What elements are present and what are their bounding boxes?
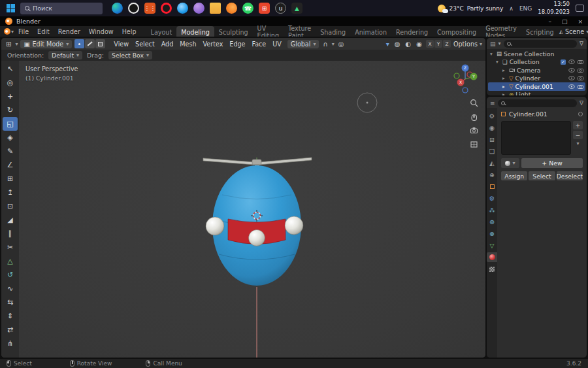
tool-knife[interactable]: ✂	[3, 241, 18, 254]
overlays-icon[interactable]: ◍	[393, 41, 402, 48]
render-tab[interactable]: ◉	[487, 123, 497, 133]
face-select-button[interactable]	[95, 39, 105, 48]
expand-icon[interactable]: ▸	[502, 75, 507, 81]
deselect-button[interactable]: Deselect	[557, 171, 583, 180]
taskbar-weather[interactable]: 23°C Partly sunny	[438, 5, 503, 12]
tool-rotate[interactable]: ↻	[3, 103, 18, 117]
tool-cursor[interactable]: ◎	[3, 76, 18, 90]
render-visibility-icon[interactable]	[578, 84, 583, 89]
proportional-edit-icon[interactable]: ◎	[337, 41, 346, 48]
taskbar-app-green-icon[interactable]: ▲	[291, 3, 302, 14]
taskbar-app-opera-icon[interactable]	[161, 3, 172, 14]
expand-icon[interactable]: ▸	[502, 92, 507, 95]
language-indicator[interactable]: ENG	[519, 5, 532, 12]
taskbar-app-grid2-icon[interactable]: ⊞	[259, 3, 270, 14]
menu-vertex[interactable]: Vertex	[200, 41, 227, 48]
browse-material-dropdown[interactable]: ▾	[501, 158, 519, 168]
viewport-canvas[interactable]: User Perspective (1) Cylinder.001	[19, 61, 485, 358]
collection-checkbox[interactable]: ✓	[561, 59, 566, 65]
tool-add-cube[interactable]: ⊞	[3, 172, 18, 186]
outliner-search-input[interactable]	[504, 40, 577, 48]
assign-button[interactable]: Assign	[501, 171, 527, 180]
gizmo-neg-z-icon[interactable]	[463, 88, 468, 93]
tool-annotate[interactable]: ✎	[3, 144, 18, 158]
tab-layout[interactable]: Layout	[146, 26, 177, 37]
filter-funnel-icon[interactable]: ∇	[580, 100, 583, 107]
taskbar-clock[interactable]: 13:50 18.09.2023	[538, 1, 570, 15]
light-object-gizmo[interactable]	[357, 93, 377, 112]
taskbar-app-ring-icon[interactable]	[128, 3, 139, 14]
outliner-row-camera[interactable]: ▸ Camera	[488, 66, 585, 75]
ortho-grid-icon[interactable]	[470, 140, 478, 148]
particles-tab[interactable]: ⁂	[487, 205, 497, 215]
options-dropdown[interactable]: Options ▾	[453, 41, 482, 48]
tab-geometry-nodes[interactable]: Geometry Nodes	[481, 26, 521, 37]
tool-tab[interactable]: ⚙	[487, 111, 497, 121]
pan-hand-icon[interactable]	[470, 112, 478, 121]
mirror-z-button[interactable]: Z	[443, 40, 451, 48]
mirror-y-button[interactable]: Y	[434, 40, 442, 48]
render-visibility-icon[interactable]	[578, 76, 583, 80]
mirror-x-button[interactable]: X	[426, 40, 434, 48]
gizmo-neg-y-icon[interactable]	[454, 73, 459, 78]
maximize-icon[interactable]: □	[562, 18, 568, 25]
tab-animation[interactable]: Animation	[350, 26, 391, 37]
menu-mesh[interactable]: Mesh	[176, 41, 199, 48]
render-visibility-icon[interactable]	[578, 59, 583, 64]
object-tab[interactable]	[487, 182, 497, 192]
snap-magnet-icon[interactable]: ∩	[321, 41, 329, 48]
remove-slot-button[interactable]: −	[573, 131, 583, 139]
shading-rendered-icon[interactable]: ◉	[415, 41, 423, 48]
snap-caret-icon[interactable]: ▾	[332, 41, 335, 47]
add-slot-button[interactable]: +	[573, 121, 583, 129]
tool-transform[interactable]: ◈	[3, 131, 18, 144]
menu-uv[interactable]: UV	[269, 41, 285, 48]
menu-render[interactable]: Render	[54, 28, 84, 35]
outliner-editor-icon[interactable]: ▤	[490, 41, 496, 47]
expand-icon[interactable]: ▾	[490, 51, 495, 57]
taskbar-app-blender-icon[interactable]	[226, 3, 237, 14]
pin-icon[interactable]	[578, 112, 583, 116]
output-tab[interactable]: ⊟	[487, 135, 497, 144]
taskbar-app-folder-icon[interactable]	[210, 3, 221, 14]
shading-solid-icon[interactable]: ◐	[404, 41, 412, 48]
tab-sculpting[interactable]: Sculpting	[214, 26, 253, 37]
outliner-row-collection[interactable]: ▾ ❏ Collection ✓	[488, 58, 585, 67]
tool-edge-slide[interactable]: ⇆	[3, 295, 18, 309]
physics-tab[interactable]: ⊚	[487, 217, 497, 227]
breadcrumb-object-name[interactable]: Cylinder.001	[509, 110, 547, 118]
zoom-icon[interactable]	[470, 99, 478, 107]
tool-move[interactable]: +	[3, 90, 18, 103]
taskbar-app-blue-icon[interactable]	[177, 3, 188, 14]
orientation-setting-dropdown[interactable]: Default ▾	[48, 51, 82, 59]
editor-type-icon[interactable]: ⊞	[5, 41, 12, 48]
properties-search-input[interactable]	[498, 99, 577, 107]
edge-select-button[interactable]	[85, 39, 95, 48]
expand-icon[interactable]: ▸	[502, 67, 507, 73]
menu-face[interactable]: Face	[249, 41, 270, 48]
taskbar-app-grid-icon[interactable]: ⋮⋮	[144, 3, 155, 14]
tray-chevron-up-icon[interactable]: ∧	[509, 5, 514, 12]
windows-start-icon[interactable]	[7, 4, 15, 12]
render-visibility-icon[interactable]	[578, 68, 583, 73]
hide-eye-icon[interactable]	[568, 68, 575, 73]
close-icon[interactable]: ×	[578, 18, 583, 25]
expand-icon[interactable]: ▾	[496, 59, 500, 65]
hide-eye-icon[interactable]	[568, 84, 575, 89]
properties-editor-icon[interactable]: ≡	[490, 100, 495, 107]
scene-tab[interactable]: ◭	[487, 158, 497, 168]
blender-menu-icon[interactable]	[4, 28, 10, 35]
scene-selector[interactable]: ◭ Scene ▾	[559, 28, 588, 35]
tab-texture-paint[interactable]: Texture Paint	[284, 26, 316, 37]
tool-inset-faces[interactable]: ⊡	[3, 199, 18, 213]
menu-edge[interactable]: Edge	[226, 41, 248, 48]
constraints-tab[interactable]: ⊗	[487, 229, 497, 239]
menu-file[interactable]: File	[14, 28, 33, 35]
tab-rendering[interactable]: Rendering	[391, 26, 433, 37]
outliner-row-cylinder-001[interactable]: ▸ ▽ Cylinder.001	[488, 82, 585, 91]
orientation-dropdown[interactable]: Global ▾	[287, 40, 319, 48]
taskbar-app-unity-icon[interactable]: u	[275, 3, 286, 14]
tool-bevel[interactable]: ◢	[3, 213, 18, 227]
menu-window[interactable]: Window	[85, 28, 118, 35]
texture-tab[interactable]	[487, 264, 497, 274]
